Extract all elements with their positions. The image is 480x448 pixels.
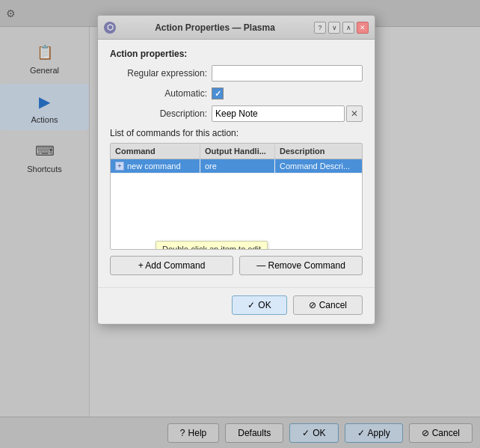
dialog-ok-button[interactable]: ✓ OK bbox=[232, 295, 286, 315]
dialog-window-controls: ? ∨ ∧ ✕ bbox=[314, 22, 369, 34]
tooltip-text: Double-click an item to edit bbox=[162, 245, 261, 250]
column-header-output: Output Handli... bbox=[200, 144, 275, 159]
row-description-cell: Command Descri... bbox=[275, 159, 362, 173]
command-table: Command Output Handli... Description + n… bbox=[110, 143, 363, 250]
dialog-ok-label: OK bbox=[258, 300, 271, 310]
tooltip: Double-click an item to edit bbox=[156, 241, 268, 250]
row-expand-icon: + bbox=[115, 162, 124, 171]
automatic-label: Automatic: bbox=[110, 88, 207, 99]
dialog-ok-icon: ✓ bbox=[247, 300, 255, 310]
regular-expression-input[interactable] bbox=[212, 65, 363, 82]
column-header-description: Description bbox=[275, 144, 362, 159]
regular-expression-row: Regular expression: bbox=[110, 65, 363, 82]
add-command-button[interactable]: + Add Command bbox=[110, 256, 233, 275]
dialog-close-button[interactable]: ✕ bbox=[357, 22, 369, 34]
dialog-body: Action properties: Regular expression: A… bbox=[98, 40, 375, 284]
remove-command-label: — Remove Command bbox=[256, 260, 345, 271]
action-properties-dialog: ⬡ Action Properties — Plasma ? ∨ ∧ ✕ Act… bbox=[97, 15, 375, 325]
command-action-buttons: + Add Command — Remove Command bbox=[110, 256, 363, 275]
dialog-title: Action Properties — Plasma bbox=[119, 22, 311, 33]
regular-expression-label: Regular expression: bbox=[110, 68, 207, 79]
automatic-checkbox[interactable] bbox=[212, 88, 224, 99]
description-input[interactable] bbox=[212, 105, 345, 122]
row-command-value: new command bbox=[127, 162, 181, 171]
list-of-commands-label: List of commands for this action: bbox=[110, 128, 363, 138]
dialog-minimize-button[interactable]: ∨ bbox=[328, 22, 340, 34]
dialog-titlebar: ⬡ Action Properties — Plasma ? ∨ ∧ ✕ bbox=[98, 16, 375, 40]
dialog-footer: ✓ OK ⊘ Cancel bbox=[98, 287, 375, 324]
action-properties-label: Action properties: bbox=[110, 49, 363, 59]
dialog-title-icon: ⬡ bbox=[104, 22, 116, 34]
table-header: Command Output Handli... Description bbox=[111, 144, 362, 159]
dialog-cancel-icon: ⊘ bbox=[309, 300, 316, 310]
automatic-row: Automatic: bbox=[110, 88, 363, 99]
table-row[interactable]: + new command ore Command Descri... bbox=[111, 159, 362, 174]
description-label: Description: bbox=[110, 108, 207, 119]
row-output-cell: ore bbox=[200, 159, 275, 173]
description-input-wrap: ✕ bbox=[212, 105, 363, 122]
dialog-help-button[interactable]: ? bbox=[314, 22, 326, 34]
table-body: + new command ore Command Descri... Doub… bbox=[111, 159, 362, 249]
add-command-label: + Add Command bbox=[138, 260, 206, 271]
remove-command-button[interactable]: — Remove Command bbox=[239, 256, 363, 275]
dialog-cancel-label: Cancel bbox=[319, 300, 347, 310]
column-header-command: Command bbox=[111, 144, 200, 159]
dialog-maximize-button[interactable]: ∧ bbox=[342, 22, 354, 34]
description-row: Description: ✕ bbox=[110, 105, 363, 122]
description-clear-button[interactable]: ✕ bbox=[346, 105, 363, 122]
dialog-cancel-button[interactable]: ⊘ Cancel bbox=[293, 295, 363, 315]
row-command-cell: + new command bbox=[111, 159, 200, 173]
